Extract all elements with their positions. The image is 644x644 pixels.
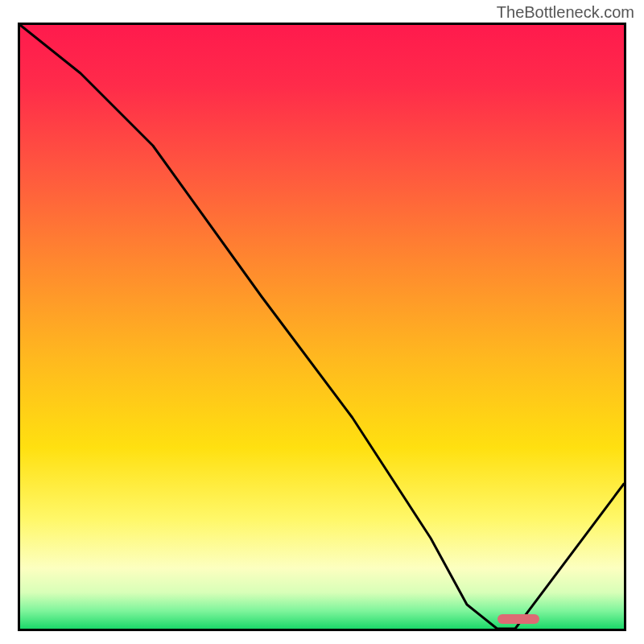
plot-area [18,23,626,631]
sweet-spot-marker [497,614,540,624]
chart-container: TheBottleneck.com [0,0,644,644]
watermark-text: TheBottleneck.com [497,3,634,22]
bottleneck-curve [20,25,624,629]
